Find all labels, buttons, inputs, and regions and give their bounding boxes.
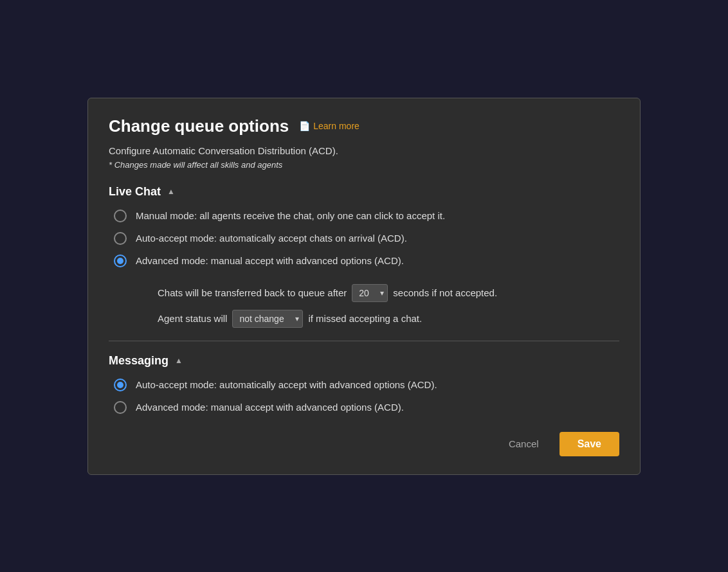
subtitle-note: * Changes made will affect all skills an… (109, 160, 619, 170)
transfer-text-after: seconds if not accepted. (393, 287, 497, 298)
auto-accept-mode-radio[interactable] (114, 232, 127, 245)
manual-mode-label: Manual mode: all agents receive the chat… (136, 209, 445, 222)
agent-status-select[interactable]: not change go offline go away (232, 310, 303, 328)
list-item: Advanced mode: manual accept with advanc… (114, 400, 619, 414)
list-item: Auto-accept mode: automatically accept c… (114, 231, 619, 245)
auto-accept-mode-label: Auto-accept mode: automatically accept c… (136, 231, 407, 245)
modal-footer: Cancel Save (109, 432, 619, 456)
learn-more-link[interactable]: 📄 Learn more (299, 121, 359, 131)
live-chat-section-header: Live Chat ▲ (109, 185, 619, 199)
modal-title: Change queue options (109, 116, 289, 136)
live-chat-collapse-icon[interactable]: ▲ (167, 187, 175, 196)
cancel-button[interactable]: Cancel (498, 433, 549, 454)
msg-advanced-mode-label: Advanced mode: manual accept with advanc… (136, 400, 404, 414)
list-item: Auto-accept mode: automatically accept w… (114, 378, 619, 391)
change-queue-options-modal: Change queue options 📄 Learn more Config… (87, 98, 641, 475)
list-item: Advanced mode: manual accept with advanc… (114, 254, 619, 328)
subtitle: Configure Automatic Conversation Distrib… (109, 145, 619, 156)
manual-mode-radio[interactable] (114, 210, 127, 222)
advanced-mode-label: Advanced mode: manual accept with advanc… (136, 254, 619, 267)
messaging-title: Messaging (109, 354, 168, 368)
transfer-seconds-select-wrapper: 10 20 30 60 (352, 284, 388, 302)
agent-status-text-before: Agent status will (158, 313, 227, 324)
live-chat-title: Live Chat (109, 185, 161, 199)
live-chat-radio-group: Manual mode: all agents receive the chat… (109, 209, 619, 328)
section-divider (109, 341, 619, 341)
transfer-back-row: Chats will be transferred back to queue … (158, 284, 619, 302)
advanced-mode-radio[interactable] (114, 255, 127, 267)
advanced-options: Chats will be transferred back to queue … (158, 284, 619, 328)
messaging-radio-group: Auto-accept mode: automatically accept w… (109, 378, 619, 414)
msg-auto-accept-label: Auto-accept mode: automatically accept w… (136, 378, 437, 391)
save-button[interactable]: Save (560, 432, 619, 456)
agent-status-select-wrapper: not change go offline go away (232, 310, 303, 328)
agent-status-row: Agent status will not change go offline … (158, 310, 619, 328)
doc-icon: 📄 (299, 121, 310, 131)
agent-status-text-after: if missed accepting a chat. (308, 313, 422, 324)
messaging-section-header: Messaging ▲ (109, 354, 619, 368)
transfer-text-before: Chats will be transferred back to queue … (158, 287, 347, 298)
transfer-seconds-select[interactable]: 10 20 30 60 (352, 284, 388, 302)
msg-advanced-mode-radio[interactable] (114, 401, 127, 414)
list-item: Manual mode: all agents receive the chat… (114, 209, 619, 222)
messaging-collapse-icon[interactable]: ▲ (175, 356, 183, 365)
msg-auto-accept-radio[interactable] (114, 379, 127, 391)
modal-header: Change queue options 📄 Learn more (109, 116, 619, 136)
learn-more-label: Learn more (313, 121, 359, 131)
